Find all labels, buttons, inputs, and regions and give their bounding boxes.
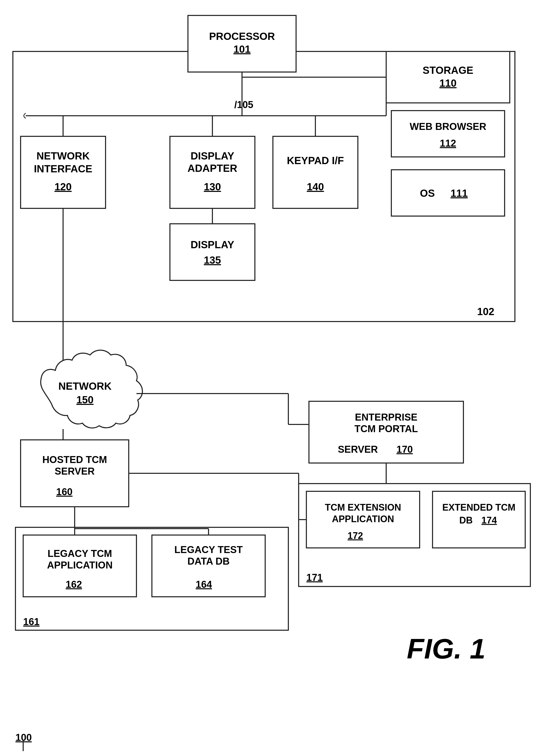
enterprise-tcm-label3: SERVER — [338, 444, 378, 455]
bus-label: /105 — [234, 99, 253, 110]
display-number: 135 — [204, 254, 221, 266]
enterprise-tcm-label1: ENTERPRISE — [355, 412, 418, 423]
os-label: OS — [420, 188, 435, 199]
extended-tcm-db-label1: EXTENDED TCM — [442, 502, 515, 513]
tcm-extension-app-label2: APPLICATION — [332, 514, 394, 524]
network-interface-label1: NETWORK — [37, 150, 90, 162]
enterprise-tcm-label2: TCM PORTAL — [355, 423, 418, 434]
network-number: 150 — [76, 394, 94, 405]
diagram: 102 PROCESSOR 101 STORAGE 110 /105 NETWO… — [0, 0, 544, 756]
legacy-group-number: 161 — [23, 616, 39, 627]
legacy-tcm-app-label2: APPLICATION — [47, 560, 113, 571]
hosted-tcm-label2: SERVER — [55, 466, 95, 477]
display-adapter-label1: DISPLAY — [190, 150, 234, 162]
hosted-tcm-label1: HOSTED TCM — [42, 454, 107, 465]
keypad-number: 140 — [307, 181, 324, 192]
display-label: DISPLAY — [190, 239, 234, 250]
fig-label: FIG. 1 — [407, 633, 486, 664]
display-box — [170, 224, 255, 280]
display-adapter-number: 130 — [204, 181, 221, 192]
enterprise-tcm-number: 170 — [397, 444, 413, 455]
tcm-extension-app-label1: TCM EXTENSION — [325, 502, 401, 513]
os-number: 111 — [451, 188, 468, 199]
legacy-test-db-label2: DATA DB — [187, 556, 230, 567]
storage-label: STORAGE — [423, 65, 473, 76]
display-adapter-label2: ADAPTER — [187, 163, 237, 174]
storage-number: 110 — [440, 77, 457, 89]
processor-number: 101 — [233, 43, 251, 55]
web-browser-box — [391, 111, 505, 157]
extended-tcm-db-label2: DB — [459, 515, 473, 526]
os-box — [391, 170, 505, 216]
legacy-test-db-label1: LEGACY TEST — [174, 544, 242, 555]
keypad-label: KEYPAD I/F — [287, 155, 344, 166]
computer-system-label: 102 — [477, 306, 494, 317]
extended-tcm-db-number: 174 — [481, 515, 497, 526]
storage-box — [386, 51, 510, 103]
processor-label: PROCESSOR — [209, 31, 275, 42]
legacy-tcm-app-label1: LEGACY TCM — [48, 548, 112, 559]
network-label: NETWORK — [58, 380, 112, 392]
web-browser-label: WEB BROWSER — [410, 121, 486, 132]
hosted-tcm-number: 160 — [56, 486, 72, 497]
network-interface-number: 120 — [55, 181, 72, 192]
keypad-box — [273, 136, 358, 208]
legacy-test-db-number: 164 — [196, 579, 212, 590]
extended-tcm-db-box — [433, 491, 525, 548]
legacy-tcm-app-number: 162 — [66, 579, 82, 590]
tcm-extension-group-number: 171 — [307, 572, 323, 583]
web-browser-number: 112 — [440, 138, 456, 149]
network-interface-label2: INTERFACE — [34, 163, 92, 174]
tcm-extension-app-number: 172 — [348, 530, 363, 541]
